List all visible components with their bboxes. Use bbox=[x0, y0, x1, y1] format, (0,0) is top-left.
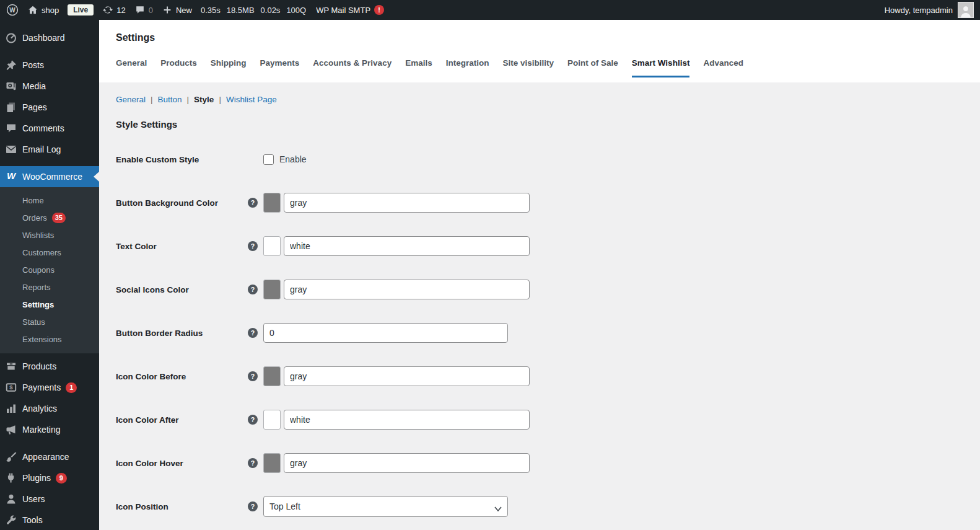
submenu-item-wishlists[interactable]: Wishlists bbox=[0, 226, 99, 244]
help-icon[interactable] bbox=[248, 328, 258, 338]
sidebar-item-label: Marketing bbox=[22, 425, 60, 435]
field-label: Icon Position bbox=[116, 502, 248, 511]
user-avatar[interactable] bbox=[958, 2, 974, 18]
tab-advanced[interactable]: Advanced bbox=[703, 58, 743, 77]
user-icon bbox=[5, 493, 17, 505]
submenu-item-extensions[interactable]: Extensions bbox=[0, 330, 99, 348]
plug-icon bbox=[5, 472, 17, 484]
sidebar-item-comments[interactable]: Comments bbox=[0, 118, 99, 139]
box-icon bbox=[5, 360, 17, 373]
howdy-account-link[interactable]: Howdy, tempadmin bbox=[885, 6, 953, 15]
sidebar-item-woocommerce[interactable]: W WooCommerce bbox=[0, 166, 99, 187]
sidebar-item-analytics[interactable]: Analytics bbox=[0, 398, 99, 419]
icon-color-before-input[interactable] bbox=[284, 366, 530, 386]
help-icon[interactable] bbox=[248, 458, 258, 468]
wp-mail-smtp-menu[interactable]: WP Mail SMTP ! bbox=[316, 5, 384, 15]
help-icon[interactable] bbox=[248, 415, 258, 425]
comment-icon bbox=[134, 4, 146, 15]
field-label: Icon Color Before bbox=[116, 372, 248, 381]
tab-emails[interactable]: Emails bbox=[405, 58, 432, 77]
subnav-separator: | bbox=[151, 95, 153, 104]
help-icon[interactable] bbox=[248, 198, 258, 208]
wordpress-logo-icon: W bbox=[6, 4, 19, 16]
color-swatch[interactable] bbox=[263, 236, 281, 256]
updates-icon bbox=[102, 4, 113, 15]
submenu-item-orders[interactable]: Orders35 bbox=[0, 209, 99, 226]
color-swatch[interactable] bbox=[263, 410, 281, 430]
admin-bar-right: Howdy, tempadmin bbox=[885, 2, 974, 18]
sidebar-item-tools[interactable]: Tools bbox=[0, 510, 99, 530]
sidebar-item-plugins[interactable]: Plugins 9 bbox=[0, 467, 99, 488]
sidebar-item-pages[interactable]: Pages bbox=[0, 97, 99, 118]
field-row-button-border-radius: Button Border Radius bbox=[116, 322, 980, 343]
submenu-item-status[interactable]: Status bbox=[0, 313, 99, 330]
updates-menu[interactable]: 12 bbox=[102, 4, 125, 15]
subnav-separator: | bbox=[219, 95, 221, 104]
button-border-radius-input[interactable] bbox=[263, 323, 508, 343]
sidebar-item-label: Analytics bbox=[22, 404, 57, 413]
enable-checkbox-label[interactable]: Enable bbox=[279, 154, 307, 164]
woocommerce-icon: W bbox=[5, 170, 17, 183]
svg-text:$: $ bbox=[9, 384, 13, 391]
color-swatch[interactable] bbox=[263, 280, 281, 299]
submenu-label: Orders bbox=[22, 213, 47, 223]
enable-custom-style-checkbox[interactable] bbox=[263, 154, 274, 165]
updates-count: 12 bbox=[116, 6, 125, 15]
icon-position-select[interactable]: Top Left bbox=[263, 496, 508, 517]
sidebar-item-appearance[interactable]: Appearance bbox=[0, 446, 99, 467]
payments-count-badge: 1 bbox=[66, 382, 77, 393]
tab-smart-wishlist[interactable]: Smart Wishlist bbox=[632, 58, 690, 77]
media-icon bbox=[5, 80, 17, 92]
brush-icon bbox=[5, 451, 17, 463]
comments-menu[interactable]: 0 bbox=[134, 4, 153, 15]
submenu-item-reports[interactable]: Reports bbox=[0, 278, 99, 296]
tab-general[interactable]: General bbox=[116, 58, 147, 77]
sidebar-item-media[interactable]: Media bbox=[0, 76, 99, 97]
live-badge[interactable]: Live bbox=[68, 4, 94, 15]
bar-chart-icon bbox=[5, 402, 17, 415]
sidebar-item-email-log[interactable]: Email Log bbox=[0, 139, 99, 160]
sidebar-item-label: Products bbox=[22, 361, 56, 371]
subnav-button-link[interactable]: Button bbox=[158, 95, 182, 104]
sidebar-item-users[interactable]: Users bbox=[0, 488, 99, 510]
subnav-wishlist-page-link[interactable]: Wishlist Page bbox=[226, 95, 277, 104]
tab-integration[interactable]: Integration bbox=[446, 58, 489, 77]
tab-site-visibility[interactable]: Site visibility bbox=[502, 58, 554, 77]
site-link[interactable]: shop bbox=[27, 4, 59, 15]
wordpress-menu[interactable]: W bbox=[6, 4, 19, 16]
help-icon[interactable] bbox=[248, 241, 258, 251]
subnav-general-link[interactable]: General bbox=[116, 95, 146, 104]
stat-load-time: 0.35s bbox=[201, 6, 221, 15]
submenu-item-settings[interactable]: Settings bbox=[0, 296, 99, 313]
sidebar-item-marketing[interactable]: Marketing bbox=[0, 419, 99, 440]
main-content: Settings General Products Shipping Payme… bbox=[99, 20, 980, 530]
comments-count: 0 bbox=[149, 6, 153, 15]
color-swatch[interactable] bbox=[263, 193, 281, 213]
submenu-item-home[interactable]: Home bbox=[0, 192, 99, 209]
tab-payments[interactable]: Payments bbox=[260, 58, 300, 77]
tab-products[interactable]: Products bbox=[160, 58, 197, 77]
submenu-item-customers[interactable]: Customers bbox=[0, 244, 99, 261]
sidebar-item-posts[interactable]: Posts bbox=[0, 55, 99, 76]
tab-point-of-sale[interactable]: Point of Sale bbox=[567, 58, 618, 77]
help-icon[interactable] bbox=[248, 501, 258, 511]
sidebar-item-dashboard[interactable]: Dashboard bbox=[0, 27, 99, 48]
tab-shipping[interactable]: Shipping bbox=[211, 58, 247, 77]
sidebar-item-payments[interactable]: $ Payments 1 bbox=[0, 377, 99, 398]
color-swatch[interactable] bbox=[263, 366, 281, 386]
icon-color-hover-input[interactable] bbox=[284, 453, 530, 473]
color-swatch[interactable] bbox=[263, 453, 281, 473]
submenu-label: Reports bbox=[22, 283, 51, 292]
button-background-color-input[interactable] bbox=[284, 193, 530, 213]
social-icons-color-input[interactable] bbox=[284, 280, 530, 299]
submenu-label: Extensions bbox=[22, 335, 62, 344]
text-color-input[interactable] bbox=[284, 236, 530, 256]
icon-color-after-input[interactable] bbox=[284, 410, 530, 430]
new-content-menu[interactable]: New bbox=[162, 4, 192, 15]
submenu-label: Wishlists bbox=[22, 231, 54, 240]
tab-accounts-privacy[interactable]: Accounts & Privacy bbox=[313, 58, 392, 77]
help-icon[interactable] bbox=[248, 371, 258, 381]
help-icon[interactable] bbox=[248, 285, 258, 294]
submenu-item-coupons[interactable]: Coupons bbox=[0, 261, 99, 278]
sidebar-item-products[interactable]: Products bbox=[0, 356, 99, 377]
